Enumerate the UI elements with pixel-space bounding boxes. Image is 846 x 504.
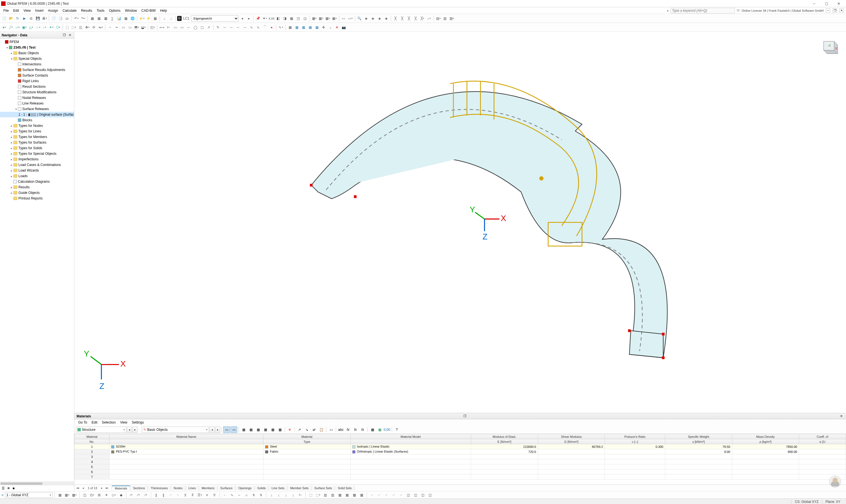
bt-gg[interactable]: ⬚ (308, 492, 314, 498)
mat-tbtn-a[interactable]: ▦ (240, 426, 247, 433)
search-icon[interactable]: 🝖 (737, 9, 740, 13)
mat-tbtn-import[interactable]: ↘ (303, 426, 310, 433)
mat-menu-edit[interactable]: Edit (89, 420, 100, 425)
model-viewport[interactable]: X Y Z X Y Z (74, 32, 846, 413)
bt-s[interactable]: ☰▾ (197, 492, 203, 498)
page-prev-button[interactable]: ◂ (80, 486, 86, 491)
bt-ll[interactable]: ▦ (344, 492, 350, 498)
mat-tbtn-abc[interactable]: abc (338, 426, 344, 433)
tree-basic-objects[interactable]: Basic Objects (18, 51, 39, 55)
navigator-tree[interactable]: RFEM ▾2345.rf6 | Test ▸Basic Objects ▾Sp… (0, 39, 74, 482)
col-model-top[interactable]: Material Model (350, 434, 471, 439)
tree-result-sections[interactable]: Result Sections (22, 85, 46, 89)
tab-thicknesses[interactable]: Thicknesses (148, 486, 171, 490)
bt-hh[interactable]: ⬚▾ (315, 492, 321, 498)
tool-e-button[interactable]: ⬒▾ (133, 24, 140, 31)
menu-assign[interactable]: Assign (46, 8, 60, 13)
tree-struct-mods[interactable]: Structure Modifications (22, 90, 56, 94)
tool-f-button[interactable]: ⬓▾ (140, 24, 146, 31)
mat-combo-left[interactable]: Structure▾ (76, 427, 126, 433)
beam-green-button[interactable]: ╱▾ (8, 24, 14, 31)
tree-types-nodes[interactable]: Types for Nodes (18, 124, 43, 128)
bt-l[interactable]: ∕▾ (143, 492, 149, 498)
bt-ee[interactable]: ⟂ (290, 492, 296, 498)
pin-button[interactable]: 📌 (255, 15, 261, 21)
line-h-button[interactable]: ● (269, 24, 275, 31)
dim-b-button[interactable]: ⊢ (165, 24, 172, 31)
bt-aa[interactable]: ↯ (258, 492, 264, 498)
tree-root[interactable]: RFEM (10, 40, 19, 44)
ortho-button[interactable]: ⟂ (327, 24, 333, 31)
tree-load-wizards[interactable]: Load Wizards (18, 168, 39, 173)
bt-u[interactable]: ⚲ (211, 492, 217, 498)
copy-button[interactable]: ⧉ (28, 15, 34, 21)
bt-kk[interactable]: ▦ (337, 492, 343, 498)
mat-combo-right-next[interactable]: ▸ (215, 427, 220, 433)
bt-nn[interactable]: ▦ (358, 492, 365, 498)
grid-set-c-button[interactable]: ▦ (307, 24, 313, 31)
tree-special-objects[interactable]: Special Objects (18, 57, 42, 61)
table-b-button[interactable]: ▦ (96, 15, 102, 21)
materials-table-wrap[interactable]: Material Material Name Material Material… (74, 434, 846, 484)
bt-m[interactable]: ‖ (153, 492, 159, 498)
bolt3-button[interactable]: ▦ (152, 15, 158, 21)
text-button[interactable]: x.xx (269, 15, 275, 21)
grid-c-button[interactable]: ▦▾ (325, 15, 331, 21)
tree-loads[interactable]: Loads (18, 174, 28, 178)
mat-tbtn-del[interactable]: ✕ (286, 426, 293, 433)
mat-tbtn-b[interactable]: ▦ (248, 426, 254, 433)
misc-green-button[interactable]: ✶▾ (48, 24, 54, 31)
bt-w[interactable]: ∿ (229, 492, 235, 498)
inner-restore-button[interactable]: ❐ (833, 8, 837, 13)
doc2-button[interactable]: 📑 (57, 15, 64, 21)
tree-surf-results-adj[interactable]: Surface Results Adjustments (22, 68, 65, 72)
tree-guide-objects[interactable]: Guide Objects (18, 191, 40, 195)
bolt-button[interactable]: ⚡▾ (139, 15, 145, 21)
select-plus-button[interactable]: ⬚▾ (71, 24, 77, 31)
support-green-button[interactable]: △▾ (28, 24, 34, 31)
bt-ff[interactable]: ⊢ (297, 492, 303, 498)
table-row[interactable]: 6 (75, 469, 846, 474)
tree-results[interactable]: Results (18, 185, 30, 189)
undo-button[interactable]: ↶▾ (73, 15, 79, 21)
cube-y-button[interactable]: ◈ (377, 15, 383, 21)
rotate-button[interactable]: ⟳ (91, 24, 97, 31)
grid-set-b-button[interactable]: ▦ (300, 24, 306, 31)
bolt2-button[interactable]: ⚡ (145, 15, 151, 21)
bt-q[interactable]: ⊻ (182, 492, 188, 498)
dim-c-button[interactable]: ▭ (172, 24, 178, 31)
col-nu-top[interactable]: Poisson's Ratio (605, 434, 665, 439)
navigator-float-button[interactable]: ❐ (62, 33, 67, 38)
menu-help[interactable]: Help (158, 8, 169, 13)
menu-view[interactable]: View (21, 8, 33, 13)
tree-surf-contacts[interactable]: Surface Contacts (22, 73, 48, 77)
mirror-button[interactable]: ⇋▾ (97, 24, 104, 31)
tab-nodes[interactable]: Nodes (171, 486, 186, 490)
open-model-button[interactable]: 📂 (8, 15, 14, 21)
col-e-top[interactable]: Modulus of Elast. (471, 434, 538, 439)
tool-a-button[interactable]: ╌ (107, 24, 113, 31)
inner-close-button[interactable]: ✕ (839, 8, 844, 13)
mat-tbtn-c[interactable]: ▦ (255, 426, 262, 433)
table-row[interactable]: 2PES-PVC Typ IFabricOrthotropic | Linear… (75, 449, 846, 454)
bt-rr[interactable]: ⟋ (391, 492, 397, 498)
mat-tbtn-export[interactable]: ↗ (296, 426, 303, 433)
bt-cc[interactable]: ⟂ (275, 492, 282, 498)
del-x-button[interactable]: ✕ (334, 24, 340, 31)
cursor-button[interactable]: ↖▾ (278, 24, 284, 31)
tree-types-special[interactable]: Types for Special Objects (18, 152, 56, 156)
node-green-button[interactable]: ●▾ (1, 24, 7, 31)
tree-load-cases[interactable]: Load Cases & Combinations (18, 163, 61, 167)
lasso-button[interactable]: ◫ (77, 24, 84, 31)
mat-menu-view[interactable]: View (118, 420, 130, 425)
tree-types-surfaces[interactable]: Types for Surfaces (18, 141, 47, 144)
axis-x-button[interactable]: ╳ (393, 15, 399, 21)
col-rho-bot[interactable]: ρ [kg/m³] (732, 439, 799, 444)
tab-lines[interactable]: Lines (185, 486, 199, 490)
menu-options[interactable]: Options (107, 8, 123, 13)
grid-set-a-button[interactable]: ▦ (294, 24, 300, 31)
col-gamma-bot[interactable]: γ [kN/m³] (665, 439, 732, 444)
new-model-button[interactable]: 📄 (1, 15, 7, 21)
supports-a-button[interactable]: ⟂ (161, 15, 167, 21)
bt-pp[interactable]: ⟋ (376, 492, 382, 498)
